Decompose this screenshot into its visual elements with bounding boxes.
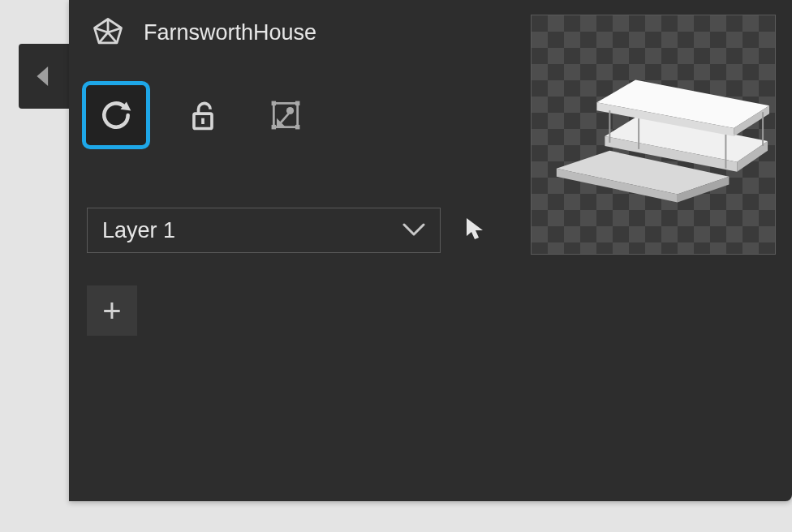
model-title: FarnsworthHouse: [144, 20, 316, 45]
properties-panel: FarnsworthHouse: [69, 0, 792, 501]
model-preview-render: [532, 15, 775, 254]
bounding-box-icon: [268, 97, 303, 133]
lock-button[interactable]: [173, 85, 233, 145]
svg-marker-0: [37, 66, 48, 86]
shape-logo-icon: [90, 15, 126, 50]
chevron-down-icon: [402, 223, 425, 238]
layer-selected-label: Layer 1: [102, 218, 175, 243]
layer-dropdown[interactable]: Layer 1: [87, 208, 441, 253]
pick-cursor-button[interactable]: [465, 217, 486, 244]
refresh-icon: [98, 97, 134, 133]
svg-line-12: [278, 114, 289, 126]
tool-row: [82, 81, 316, 149]
add-button-label: +: [102, 293, 121, 329]
add-button[interactable]: +: [87, 285, 137, 336]
panel-collapse-tab[interactable]: [19, 44, 69, 109]
collapse-triangle-icon: [37, 66, 51, 86]
layer-row: Layer 1: [87, 208, 486, 253]
svg-rect-8: [272, 125, 277, 130]
svg-rect-4: [201, 118, 204, 124]
svg-marker-13: [467, 218, 483, 239]
svg-rect-9: [295, 125, 300, 130]
model-preview: [531, 15, 776, 255]
svg-rect-7: [295, 101, 300, 105]
svg-rect-6: [272, 101, 277, 105]
cursor-icon: [465, 217, 486, 241]
unlock-icon: [185, 97, 221, 133]
panel-header: FarnsworthHouse: [90, 15, 316, 50]
refresh-button[interactable]: [82, 81, 150, 149]
bounds-button[interactable]: [256, 85, 316, 145]
